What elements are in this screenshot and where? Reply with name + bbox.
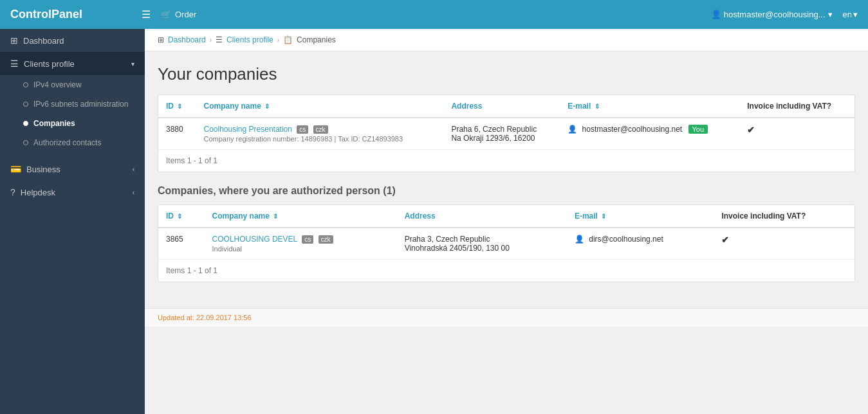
user-icon: 👤 bbox=[568, 125, 577, 134]
table-row: 3880 Coolhousing Presentation cs czk Com… bbox=[158, 118, 854, 149]
lang-badge-cs: cs bbox=[302, 235, 313, 244]
footer: Updated at: 22.09.2017 13:56 bbox=[145, 308, 868, 327]
user-icon: 👤 bbox=[575, 235, 584, 244]
col-email-label: E-mail bbox=[575, 212, 598, 221]
sidebar: ⊞ Dashboard ☰ Clients profile ▾ IPv4 ove… bbox=[0, 29, 145, 414]
checkmark-icon: ✔ bbox=[721, 235, 729, 245]
sidebar-item-label: Dashboard bbox=[23, 36, 64, 46]
companies-table: ID ⇕ Company name ⇕ Address E- bbox=[158, 94, 855, 172]
lang-dropdown-icon: ▾ bbox=[853, 10, 858, 19]
breadcrumb: ⊞ Dashboard › ☰ Clients profile › 📋 Comp… bbox=[145, 29, 868, 51]
breadcrumb-companies-label: Companies bbox=[297, 35, 336, 44]
dot-icon bbox=[23, 140, 28, 145]
cell-email: 👤 dirs@coolhousing.net bbox=[567, 228, 714, 259]
authorized-companies-table: ID ⇕ Company name ⇕ Address E- bbox=[158, 204, 855, 282]
col-email-label: E-mail bbox=[568, 102, 591, 111]
sidebar-item-label: Business bbox=[26, 165, 60, 174]
sidebar-item-dashboard[interactable]: ⊞ Dashboard bbox=[0, 29, 145, 52]
col-address-label: Address bbox=[405, 212, 436, 221]
user-label: hostmaster@coolhousing... bbox=[724, 10, 826, 19]
dashboard-icon: ⊞ bbox=[10, 35, 18, 46]
navbar: ControlPanel ☰ 🛒 Order 👤 hostmaster@cool… bbox=[0, 0, 868, 29]
col-vat-label: Invoice including VAT? bbox=[747, 102, 831, 111]
lang-badge-cs: cs bbox=[297, 125, 308, 134]
col-address: Address bbox=[443, 95, 560, 118]
chevron-down-icon: ▾ bbox=[131, 60, 134, 68]
sidebar-item-clients-profile[interactable]: ☰ Clients profile ▾ bbox=[0, 52, 145, 75]
dot-icon bbox=[23, 121, 28, 126]
sidebar-subitem-label: Authorized contacts bbox=[33, 138, 101, 147]
order-button[interactable]: 🛒 Order bbox=[161, 10, 196, 19]
col-company-name[interactable]: Company name ⇕ bbox=[196, 95, 443, 118]
items-count: Items 1 - 1 of 1 bbox=[158, 259, 854, 282]
helpdesk-icon: ? bbox=[10, 187, 15, 197]
sidebar-subitem-label: Companies bbox=[33, 119, 75, 128]
language-menu[interactable]: en ▾ bbox=[843, 10, 858, 19]
user-menu[interactable]: 👤 hostmaster@coolhousing... ▾ bbox=[711, 10, 833, 19]
cell-vat: ✔ bbox=[714, 228, 854, 259]
col-company-name2[interactable]: Company name ⇕ bbox=[205, 205, 397, 228]
col-email2[interactable]: E-mail ⇕ bbox=[567, 205, 714, 228]
cell-address: Praha 3, Czech Republic Vinohradská 2405… bbox=[397, 228, 567, 259]
business-icon: 💳 bbox=[10, 164, 21, 174]
address-line2: Vinohradská 2405/190, 130 00 bbox=[405, 244, 559, 253]
chevron-left-icon: ‹ bbox=[133, 166, 134, 173]
col-id-label: ID bbox=[166, 102, 174, 111]
email-value: dirs@coolhousing.net bbox=[589, 235, 663, 244]
sidebar-item-authorized-contacts[interactable]: Authorized contacts bbox=[0, 133, 145, 152]
main-content: ⊞ Dashboard › ☰ Clients profile › 📋 Comp… bbox=[145, 29, 868, 414]
sort-icon: ⇕ bbox=[601, 213, 606, 220]
address-line2: Na Okraji 1293/6, 16200 bbox=[451, 134, 552, 143]
company-link[interactable]: Coolhousing Presentation bbox=[203, 125, 291, 134]
breadcrumb-dashboard-link[interactable]: Dashboard bbox=[168, 35, 206, 44]
cell-email: 👤 hostmaster@coolhousing.net You bbox=[560, 118, 739, 149]
sort-icon: ⇕ bbox=[595, 103, 600, 110]
sidebar-item-label: Clients profile bbox=[24, 59, 75, 69]
list-icon: ☰ bbox=[10, 59, 19, 69]
navbar-right: 👤 hostmaster@coolhousing... ▾ en ▾ bbox=[711, 10, 858, 19]
cell-id: 3880 bbox=[158, 118, 196, 149]
company-detail: Individual bbox=[212, 245, 389, 253]
breadcrumb-sep: › bbox=[277, 37, 279, 44]
lang-badge-czk: czk bbox=[319, 235, 333, 244]
sort-icon: ⇕ bbox=[177, 103, 182, 110]
company-detail: Company registration number: 14896983 | … bbox=[203, 135, 436, 143]
col-email[interactable]: E-mail ⇕ bbox=[560, 95, 739, 118]
hamburger-icon[interactable]: ☰ bbox=[142, 8, 151, 21]
sidebar-item-companies[interactable]: Companies bbox=[0, 114, 145, 133]
address-line1: Praha 3, Czech Republic bbox=[405, 235, 559, 244]
you-badge: You bbox=[688, 125, 708, 134]
breadcrumb-dashboard-icon: ⊞ bbox=[158, 35, 164, 44]
sidebar-item-ipv4[interactable]: IPv4 overview bbox=[0, 75, 145, 94]
cell-address: Praha 6, Czech Republic Na Okraji 1293/6… bbox=[443, 118, 560, 149]
cell-vat: ✔ bbox=[739, 118, 854, 149]
breadcrumb-companies-icon: 📋 bbox=[283, 35, 293, 44]
sidebar-item-ipv6[interactable]: IPv6 subnets administration bbox=[0, 94, 145, 114]
page-content: Your companies ID ⇕ Company name ⇕ bbox=[145, 51, 868, 308]
cell-company: Coolhousing Presentation cs czk Company … bbox=[196, 118, 443, 149]
sidebar-item-label: Helpdesk bbox=[21, 188, 55, 197]
table-row: 3865 COOLHOUSING DEVEL cs czk Individual… bbox=[158, 228, 854, 259]
sidebar-subitem-label: IPv4 overview bbox=[33, 80, 82, 89]
sort-icon: ⇕ bbox=[177, 213, 182, 220]
col-id2[interactable]: ID ⇕ bbox=[158, 205, 205, 228]
col-vat-label: Invoice including VAT? bbox=[721, 212, 806, 221]
cell-id: 3865 bbox=[158, 228, 205, 259]
sort-icon: ⇕ bbox=[264, 103, 270, 110]
col-company-label: Company name bbox=[212, 212, 270, 221]
checkmark-icon: ✔ bbox=[747, 125, 755, 135]
sort-icon: ⇕ bbox=[273, 213, 278, 220]
sidebar-subitem-label: IPv6 subnets administration bbox=[33, 100, 128, 109]
col-id[interactable]: ID ⇕ bbox=[158, 95, 196, 118]
items-count: Items 1 - 1 of 1 bbox=[158, 149, 854, 172]
cart-icon: 🛒 bbox=[161, 10, 171, 19]
chevron-left-icon: ‹ bbox=[133, 189, 134, 196]
breadcrumb-clients-link[interactable]: Clients profile bbox=[226, 35, 273, 44]
sidebar-item-business[interactable]: 💳 Business ‹ bbox=[0, 158, 145, 181]
company-link[interactable]: COOLHOUSING DEVEL bbox=[212, 235, 297, 244]
breadcrumb-clients-icon: ☰ bbox=[216, 35, 223, 44]
lang-label: en bbox=[843, 10, 852, 19]
email-value: hostmaster@coolhousing.net bbox=[582, 125, 683, 134]
sidebar-item-helpdesk[interactable]: ? Helpdesk ‹ bbox=[0, 181, 145, 204]
dot-icon bbox=[23, 82, 28, 87]
